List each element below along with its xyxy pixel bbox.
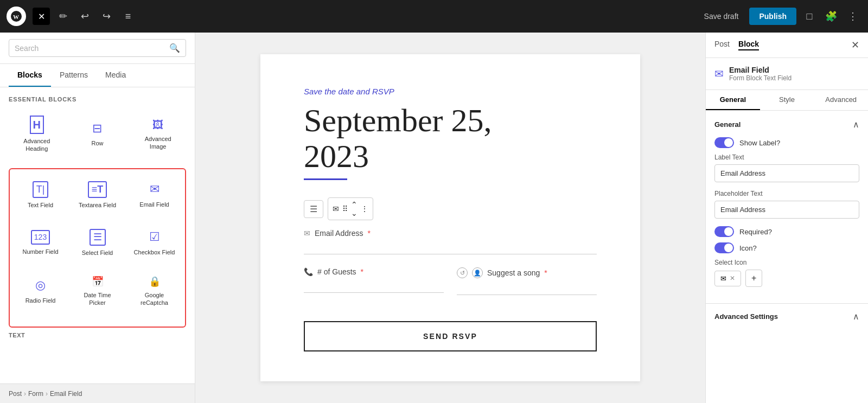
block-datetime-picker[interactable]: 📅 Date TimePicker — [71, 269, 124, 314]
form-blocks-group: T| Text Field ≡T Textarea Field ✉ Email … — [9, 168, 186, 328]
block-radio-field[interactable]: ◎ Radio Field — [14, 269, 67, 314]
suggest-song-person-icon: 👤 — [472, 267, 483, 278]
right-sidebar-header: Post Block ✕ — [706, 33, 868, 58]
guests-required-star: * — [361, 267, 363, 276]
rs-sub-tabs: General Style Advanced — [706, 90, 868, 111]
field-toolbar-reorder-icon[interactable]: ⌃⌄ — [351, 200, 358, 218]
rs-sub-tab-advanced[interactable]: Advanced — [814, 90, 868, 110]
form-title: September 25, 2023 — [304, 103, 597, 174]
rs-sub-tab-style[interactable]: Style — [760, 90, 814, 110]
textarea-field-icon: ≡T — [88, 181, 107, 198]
redo-button[interactable]: ↪ — [98, 8, 115, 25]
advanced-heading-icon: H — [30, 116, 44, 134]
toolbar: W ✕ ✏ ↩ ↪ ≡ Save draft Publish □ 🧩 ⋮ — [0, 0, 868, 33]
block-text-field-label: Text Field — [28, 201, 53, 209]
undo-button[interactable]: ↩ — [76, 8, 93, 25]
view-icon[interactable]: □ — [801, 8, 818, 25]
number-field-icon: 123 — [31, 230, 50, 244]
rs-tab-block[interactable]: Block — [738, 40, 759, 50]
rs-advanced-collapse-button[interactable]: ∧ — [853, 311, 859, 322]
rs-icon-chip-remove-icon[interactable]: ✕ — [730, 274, 735, 282]
select-field-icon: ☰ — [90, 229, 106, 246]
tab-blocks[interactable]: Blocks — [9, 64, 51, 87]
right-sidebar-tabs: Post Block — [714, 40, 759, 50]
rs-sub-tab-general[interactable]: General — [706, 90, 760, 110]
tab-media[interactable]: Media — [97, 64, 135, 87]
breadcrumb-form[interactable]: Form — [28, 390, 43, 398]
block-text-field[interactable]: T| Text Field — [14, 174, 67, 217]
suggest-song-field-group: ↺ 👤 Suggest a song * — [457, 267, 597, 295]
required-toggle[interactable] — [714, 226, 734, 237]
send-rsvp-button[interactable]: SEND RSVP — [304, 321, 597, 351]
rs-advanced-section: Advanced Settings ∧ — [706, 304, 868, 329]
email-field-icon: ✉ — [150, 182, 159, 197]
show-label-toggle[interactable] — [714, 137, 734, 148]
checkbox-field-icon: ☑ — [149, 229, 160, 245]
block-number-field[interactable]: 123 Number Field — [14, 221, 67, 265]
block-recaptcha[interactable]: 🔒 GooglereCaptcha — [128, 269, 181, 314]
block-row[interactable]: ⊟ Row — [69, 109, 126, 159]
left-sidebar: 🔍 Blocks Patterns Media ESSENTIAL BLOCKS… — [0, 33, 195, 403]
block-email-field[interactable]: ✉ Email Field — [128, 174, 181, 217]
radio-field-icon: ◎ — [35, 278, 46, 293]
email-address-icon: ✉ — [304, 229, 310, 238]
breadcrumb-post[interactable]: Post — [9, 390, 22, 398]
block-select-field[interactable]: ☰ Select Field — [71, 221, 124, 265]
required-toggle-row: Required? — [714, 226, 859, 237]
block-advanced-heading[interactable]: H AdvancedHeading — [9, 109, 65, 159]
email-address-input[interactable] — [304, 241, 597, 254]
main-layout: 🔍 Blocks Patterns Media ESSENTIAL BLOCKS… — [0, 33, 868, 403]
essential-blocks-title: ESSENTIAL BLOCKS — [9, 96, 186, 103]
rs-icon-add-button[interactable]: + — [745, 270, 762, 287]
block-advanced-image-label: AdvancedImage — [145, 135, 171, 151]
email-required-star: * — [367, 229, 370, 238]
rs-block-header: ✉ Email Field Form Block Text Field — [706, 58, 868, 90]
more-options-icon[interactable]: ⋮ — [844, 8, 861, 25]
field-toolbar-more-icon[interactable]: ⋮ — [361, 204, 368, 213]
field-toolbar-drag-icon[interactable]: ⠿ — [342, 204, 348, 213]
guests-input[interactable] — [304, 279, 444, 293]
label-text-input[interactable] — [714, 164, 859, 182]
rs-general-section-title: General ∧ — [714, 119, 859, 130]
tab-patterns[interactable]: Patterns — [51, 64, 97, 87]
rs-general-collapse-button[interactable]: ∧ — [853, 119, 859, 130]
icon-toggle[interactable] — [714, 242, 734, 253]
block-textarea-field[interactable]: ≡T Textarea Field — [71, 174, 124, 217]
rs-icon-chip[interactable]: ✉ ✕ — [714, 271, 741, 286]
field-toolbar-email-icon[interactable]: ✉ — [333, 204, 339, 213]
pen-icon[interactable]: ✏ — [54, 8, 72, 25]
save-draft-button[interactable]: Save draft — [698, 9, 745, 24]
rs-tab-post[interactable]: Post — [714, 40, 730, 50]
breadcrumb-email-field[interactable]: Email Field — [50, 390, 82, 398]
block-advanced-image[interactable]: 🖼 AdvancedImage — [130, 109, 186, 159]
essential-blocks-grid: H AdvancedHeading ⊟ Row 🖼 AdvancedImage — [9, 109, 186, 159]
required-toggle-label: Required? — [739, 228, 772, 236]
form-subtitle: Save the date and RSVP — [304, 87, 597, 96]
right-sidebar-close-button[interactable]: ✕ — [851, 39, 859, 51]
rs-advanced-title: Advanced Settings — [714, 312, 778, 321]
sidebar-content: ESSENTIAL BLOCKS H AdvancedHeading ⊟ Row… — [0, 87, 195, 383]
email-mini-icon: ☰ — [304, 200, 323, 218]
block-select-field-label: Select Field — [82, 249, 113, 257]
close-button[interactable]: ✕ — [33, 8, 50, 25]
suggest-song-input[interactable] — [457, 282, 597, 295]
block-textarea-field-label: Textarea Field — [79, 201, 116, 209]
icon-toggle-row: Icon? — [714, 242, 859, 253]
wp-logo: W — [7, 7, 26, 26]
publish-button[interactable]: Publish — [749, 8, 796, 25]
search-input-wrap[interactable]: 🔍 — [9, 39, 186, 57]
select-icon-label: Select Icon — [714, 259, 859, 266]
show-label-text: Show Label? — [739, 139, 780, 147]
guests-icon: 📞 — [304, 267, 313, 276]
text-field-icon: T| — [33, 181, 49, 198]
rs-general-label: General — [714, 120, 741, 129]
rs-general-section: General ∧ Show Label? Label Text Placeho… — [706, 111, 868, 304]
menu-icon[interactable]: ≡ — [119, 8, 137, 25]
placeholder-text-input[interactable] — [714, 201, 859, 219]
placeholder-text-group: Placeholder Text — [714, 190, 859, 219]
block-checkbox-field[interactable]: ☑ Checkbox Field — [128, 221, 181, 265]
plugin-icon[interactable]: 🧩 — [822, 8, 840, 25]
canvas-area[interactable]: Save the date and RSVP September 25, 202… — [195, 33, 705, 403]
search-input[interactable] — [15, 44, 169, 53]
email-address-label: ✉ Email Address * — [304, 229, 597, 238]
